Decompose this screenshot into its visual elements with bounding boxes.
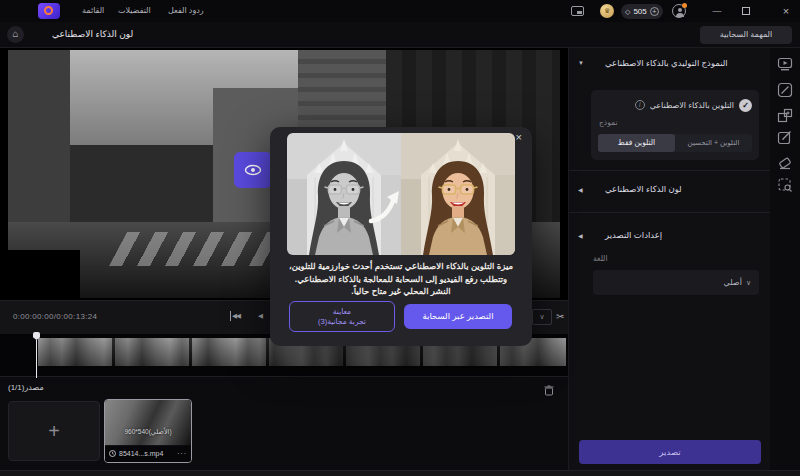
media-bin: مصدر(1/1) + 960*540(الأصلي) 85414...s.mp… xyxy=(0,376,568,470)
section-export-settings[interactable]: ◀ إعدادات التصدير xyxy=(569,228,771,244)
colorize-option-label: التلوين بالذكاء الاصطناعي xyxy=(650,101,734,110)
model-label: نموذج xyxy=(599,118,617,127)
segment-colorize-only[interactable]: التلوين فقط xyxy=(598,134,675,152)
segment-colorize-enhance[interactable]: التلوين + التحسين xyxy=(675,134,752,152)
compare-preview-button[interactable] xyxy=(234,152,272,188)
eye-icon xyxy=(244,164,262,176)
clip-more-button[interactable]: ··· xyxy=(177,450,187,457)
skip-to-start-button[interactable]: ◀◀ xyxy=(230,311,240,321)
cloud-colorize-dialog: × xyxy=(270,127,532,346)
app-logo-icon xyxy=(38,3,60,19)
caret-collapsed-icon: ◀ xyxy=(578,232,583,239)
account-icon[interactable] xyxy=(672,4,686,18)
clip-resolution-label: 960*540(الأصلي) xyxy=(105,428,191,436)
clip-filename: 85414...s.mp4 xyxy=(119,450,174,457)
media-clip-thumbnail[interactable]: 960*540(الأصلي) 85414...s.mp4 ··· xyxy=(104,399,192,463)
section-title: لون الذكاء الاصطناعي xyxy=(605,184,682,194)
add-media-button[interactable]: + xyxy=(8,401,100,461)
tools-strip xyxy=(770,48,800,470)
info-icon[interactable]: i xyxy=(635,100,645,110)
close-icon[interactable]: × xyxy=(516,131,522,143)
selected-check-icon: ✓ xyxy=(739,99,752,112)
edit-pencil-icon[interactable] xyxy=(777,129,793,145)
language-label: اللغة xyxy=(593,254,608,263)
ai-select-icon[interactable] xyxy=(777,177,793,193)
export-button[interactable]: تصدير xyxy=(579,440,761,464)
section-ai-color[interactable]: ◀ لون الذكاء الاصطناعي xyxy=(569,182,771,198)
free-trial-label: تجربة مجانية(3) xyxy=(318,317,366,327)
tab-source[interactable]: مصدر(1/1) xyxy=(8,383,44,392)
cloud-task-button[interactable]: المهمة السحابية xyxy=(700,26,792,44)
add-clip-icon[interactable] xyxy=(777,108,793,124)
colorize-option-card: ✓ التلوين بالذكاء الاصطناعي i نموذج التل… xyxy=(591,90,759,160)
add-credits-button[interactable]: + xyxy=(650,7,659,16)
split-clip-button[interactable]: ✂ xyxy=(556,309,564,325)
window-minimize-button[interactable]: — xyxy=(706,2,728,20)
section-generative-model[interactable]: ▼ النموذج التوليدي بالذكاء الاصطناعي xyxy=(569,56,771,72)
window-maximize-button[interactable] xyxy=(742,7,750,15)
credits-value: 505 xyxy=(633,7,646,16)
app-window: القائمة التفضيلات ردود الفعل ♛ ◇ 505 + —… xyxy=(0,0,800,476)
zoom-fit-dropdown[interactable]: ∨ xyxy=(532,309,552,325)
section-title: النموذج التوليدي بالذكاء الاصطناعي xyxy=(605,58,728,68)
caret-down-icon: ▼ xyxy=(578,60,584,66)
transform-arrow-icon xyxy=(366,189,406,229)
settings-sidebar: ▼ النموذج التوليدي بالذكاء الاصطناعي ✓ ا… xyxy=(568,48,770,470)
preview-label: معاينة xyxy=(333,307,351,317)
timecode: 0:00:00:00/0:00:13:24 xyxy=(13,312,97,321)
mini-player-icon[interactable] xyxy=(571,6,584,16)
vip-crown-icon[interactable]: ♛ xyxy=(600,4,614,18)
menu-item-feedback[interactable]: ردود الفعل xyxy=(168,6,204,15)
preview-free-trial-button[interactable]: معاينة تجربة مجانية(3) xyxy=(289,301,395,332)
chevron-down-icon: ∨ xyxy=(746,279,751,287)
window-bottom-edge xyxy=(0,470,800,476)
previous-frame-button[interactable]: ◀ xyxy=(258,311,263,321)
playhead[interactable] xyxy=(33,332,40,378)
credits-counter[interactable]: ◇ 505 + xyxy=(621,4,663,19)
section-title: إعدادات التصدير xyxy=(605,230,662,240)
caret-collapsed-icon: ◀ xyxy=(578,186,583,193)
home-button[interactable]: ⌂ xyxy=(7,26,24,43)
page-title: لون الذكاء الاصطناعي xyxy=(52,29,133,39)
notification-dot xyxy=(682,3,687,8)
clip-image xyxy=(105,400,191,446)
language-value: أصلي xyxy=(724,278,742,287)
divider xyxy=(569,212,771,213)
colorize-option-row[interactable]: ✓ التلوين بالذكاء الاصطناعي i xyxy=(591,97,759,113)
curve-adjust-icon[interactable] xyxy=(777,82,793,98)
toolbar: ⌂ لون الذكاء الاصطناعي المهمة السحابية xyxy=(0,22,800,48)
eraser-icon[interactable] xyxy=(777,155,793,171)
gem-icon: ◇ xyxy=(625,8,630,15)
divider xyxy=(569,170,771,171)
after-image xyxy=(401,133,515,255)
menu-item-main[interactable]: القائمة xyxy=(82,6,104,15)
language-select[interactable]: أصلي ∨ xyxy=(593,270,759,295)
cloud-export-button[interactable]: التصدير عبر السحابة xyxy=(404,304,512,329)
window-close-button[interactable]: × xyxy=(775,2,797,20)
titlebar: القائمة التفضيلات ردود الفعل ♛ ◇ 505 + —… xyxy=(0,0,800,22)
dialog-description: ميزة التلوين بالذكاء الاصطناعي تستخدم أح… xyxy=(284,260,518,298)
menu-item-preferences[interactable]: التفضيلات xyxy=(118,6,151,15)
trash-icon[interactable] xyxy=(544,382,554,400)
model-segmented-control: التلوين + التحسين التلوين فقط xyxy=(598,134,752,152)
clock-icon xyxy=(109,450,116,457)
video-enhance-icon[interactable] xyxy=(777,56,793,72)
